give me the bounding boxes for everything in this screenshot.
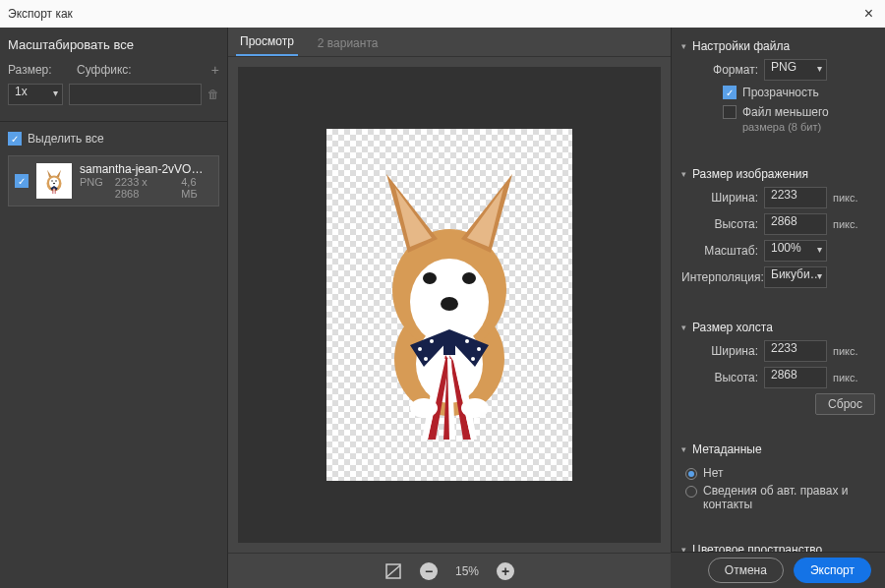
size-select[interactable]: 1x — [8, 84, 63, 105]
asset-checkbox[interactable]: ✓ — [15, 174, 29, 188]
scale-all-header: Масштабировать все — [8, 37, 219, 52]
size-label: Размер: — [8, 63, 67, 77]
svg-point-11 — [423, 272, 437, 284]
reset-button[interactable]: Сброс — [815, 393, 875, 415]
svg-point-22 — [410, 398, 438, 418]
svg-point-18 — [477, 347, 481, 351]
asset-thumbnail — [36, 163, 72, 199]
transparency-label: Прозрачность — [742, 86, 819, 101]
trash-icon[interactable]: 🗑 — [207, 88, 219, 101]
zoom-bar: − 15% + — [228, 553, 671, 588]
image-height-label: Высота: — [681, 217, 758, 231]
svg-point-3 — [55, 180, 57, 182]
svg-point-23 — [461, 398, 489, 418]
svg-point-16 — [430, 339, 434, 343]
color-space-header[interactable]: Цветовое пространство — [681, 541, 875, 552]
canvas-size-header[interactable]: Размер холста — [681, 319, 875, 340]
svg-rect-6 — [55, 189, 56, 194]
preview-canvas — [326, 129, 572, 481]
format-select[interactable]: PNG — [764, 59, 827, 81]
metadata-copyright-label: Сведения об авт. правах и контакты — [703, 484, 875, 511]
image-width-label: Ширина: — [681, 191, 758, 205]
transparency-checkbox[interactable]: ✓ — [723, 86, 737, 99]
add-size-button[interactable]: + — [211, 62, 219, 78]
scale-select[interactable]: 100% — [764, 240, 827, 262]
svg-point-13 — [441, 297, 458, 311]
select-all-checkbox[interactable]: ✓ — [8, 132, 22, 146]
interp-label: Интерполяция: — [681, 270, 758, 284]
svg-point-20 — [471, 357, 475, 361]
svg-rect-21 — [443, 337, 455, 355]
zoom-out-button[interactable]: − — [420, 562, 438, 580]
dialog-footer: Отмена Экспорт — [671, 552, 885, 589]
canvas-width-unit: пикс. — [833, 345, 864, 357]
fit-screen-icon[interactable] — [384, 562, 402, 580]
close-icon[interactable]: × — [860, 5, 877, 23]
preview-tabs: Просмотр 2 варианта — [228, 28, 671, 57]
asset-item[interactable]: ✓ samantha-jean-2vVOMuxR3XU-… — [8, 155, 219, 206]
svg-rect-5 — [53, 189, 54, 194]
image-height-input[interactable]: 2868 — [764, 213, 827, 235]
canvas-width-input[interactable]: 2233 — [764, 340, 827, 362]
svg-point-19 — [424, 357, 428, 361]
tab-preview[interactable]: Просмотр — [236, 29, 298, 56]
image-size-header[interactable]: Размер изображения — [681, 165, 875, 187]
file-settings-header[interactable]: Настройки файла — [681, 37, 875, 59]
svg-point-15 — [418, 347, 422, 351]
asset-format: PNG — [80, 176, 103, 200]
svg-point-4 — [53, 183, 55, 185]
image-width-input[interactable]: 2233 — [764, 187, 827, 208]
cancel-button[interactable]: Отмена — [708, 558, 784, 583]
svg-point-17 — [465, 339, 469, 343]
canvas-height-input[interactable]: 2868 — [764, 367, 827, 388]
export-button[interactable]: Экспорт — [794, 558, 871, 583]
smaller-file-label: Файл меньшего размера (8 бит) — [742, 105, 829, 136]
asset-filesize: 4,6 МБ — [181, 176, 212, 200]
select-all-label: Выделить все — [28, 132, 104, 146]
suffix-input[interactable] — [69, 84, 202, 105]
center-panel: Просмотр 2 варианта — [228, 28, 671, 588]
smaller-file-checkbox[interactable] — [723, 105, 737, 119]
scale-select-value: 100% — [771, 241, 801, 255]
zoom-level: 15% — [455, 564, 479, 578]
interp-select-value: Бикуби… — [771, 267, 822, 281]
window-title: Экспорт как — [8, 7, 73, 21]
metadata-copyright-radio[interactable] — [685, 486, 697, 498]
svg-rect-7 — [54, 189, 55, 194]
canvas-height-unit: пикс. — [833, 372, 864, 383]
asset-name: samantha-jean-2vVOMuxR3XU-… — [80, 162, 212, 176]
metadata-none-label: Нет — [703, 466, 723, 480]
scale-label: Масштаб: — [681, 244, 758, 258]
format-label: Формат: — [681, 63, 758, 77]
canvas-height-label: Высота: — [681, 371, 758, 384]
format-value: PNG — [771, 60, 796, 74]
metadata-none-radio[interactable] — [685, 468, 697, 480]
suffix-label: Суффикс: — [77, 63, 202, 77]
left-panel: Масштабировать все Размер: Суффикс: + 1x… — [0, 28, 228, 588]
metadata-header[interactable]: Метаданные — [681, 441, 875, 462]
zoom-in-button[interactable]: + — [497, 562, 514, 580]
interp-select[interactable]: Бикуби… — [764, 266, 827, 288]
image-height-unit: пикс. — [833, 218, 864, 230]
canvas-area[interactable] — [238, 67, 661, 543]
right-panel: Настройки файла Формат: PNG ✓ Прозрачнос… — [671, 28, 885, 552]
asset-dimensions: 2233 x 2868 — [115, 176, 169, 200]
canvas-width-label: Ширина: — [681, 344, 758, 358]
svg-point-2 — [51, 180, 53, 182]
svg-point-12 — [462, 272, 476, 284]
size-select-value: 1x — [15, 85, 28, 98]
titlebar: Экспорт как × — [0, 0, 885, 28]
tab-variants[interactable]: 2 варианта — [314, 30, 383, 56]
image-width-unit: пикс. — [833, 192, 864, 204]
